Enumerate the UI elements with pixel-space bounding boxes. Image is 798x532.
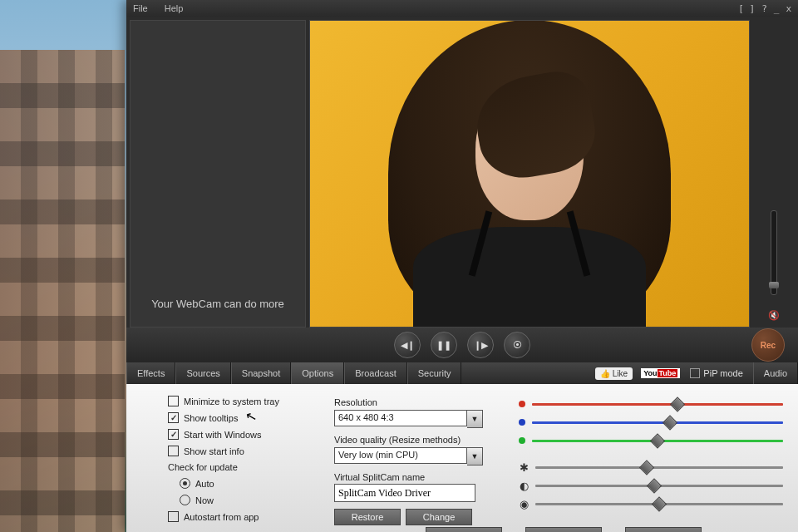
zoom-handle[interactable] bbox=[769, 282, 779, 288]
pip-mode-checkbox[interactable]: PiP mode bbox=[690, 368, 743, 378]
slider-contrast-handle[interactable] bbox=[647, 478, 662, 493]
slider-gamma[interactable] bbox=[535, 503, 783, 505]
window-brackets[interactable]: [ ] bbox=[738, 3, 755, 14]
label-show-start-info: Show start info bbox=[184, 446, 244, 456]
next-button[interactable]: ❙▶ bbox=[467, 332, 494, 358]
menu-help[interactable]: Help bbox=[165, 3, 184, 13]
tab-broadcast[interactable]: Broadcast bbox=[344, 362, 407, 384]
preview-image bbox=[310, 21, 749, 327]
checkbox-show-tooltips[interactable]: ✓ bbox=[168, 412, 179, 423]
options-column-3: ✱ ◐ ◉ bbox=[509, 396, 783, 532]
default-button[interactable]: Default bbox=[625, 527, 702, 532]
titlebar: File Help [ ] ? _ x bbox=[126, 0, 798, 17]
save-button[interactable]: Save bbox=[525, 527, 602, 532]
tab-options[interactable]: Options bbox=[291, 362, 344, 384]
left-panel-text: Your WebCam can do more bbox=[151, 298, 284, 310]
checkbox-autostart-app[interactable] bbox=[168, 511, 179, 522]
tab-effects[interactable]: Effects bbox=[126, 362, 175, 384]
label-virtual-name: Virtual SplitCam name bbox=[334, 472, 509, 482]
snapshot-button[interactable]: ⦿ bbox=[504, 332, 530, 358]
zoom-slider[interactable] bbox=[771, 210, 777, 295]
slider-red[interactable] bbox=[532, 403, 783, 406]
slider-gamma-handle[interactable] bbox=[652, 496, 667, 511]
checkbox-start-windows[interactable]: ✓ bbox=[168, 429, 179, 440]
volume-icon[interactable]: 🔇 bbox=[768, 310, 780, 321]
tab-sources[interactable]: Sources bbox=[175, 362, 230, 384]
label-update-auto: Auto bbox=[195, 479, 214, 489]
label-quality: Video quality (Resize methods) bbox=[334, 435, 509, 445]
quality-dropdown-icon[interactable]: ▼ bbox=[467, 447, 483, 466]
tabs-row: Effects Sources Snapshot Options Broadca… bbox=[126, 362, 798, 384]
options-column-1: Minimize to system tray ✓Show tooltips ✓… bbox=[168, 396, 334, 532]
green-dot-icon bbox=[519, 437, 525, 444]
right-controls: 🔇 bbox=[753, 20, 795, 328]
slider-blue[interactable] bbox=[532, 421, 783, 424]
tab-audio[interactable]: Audio bbox=[753, 362, 798, 384]
video-preview[interactable] bbox=[309, 20, 750, 328]
options-panel: Minimize to system tray ✓Show tooltips ✓… bbox=[126, 384, 798, 532]
window-close[interactable]: x bbox=[786, 3, 791, 14]
blue-dot-icon bbox=[519, 419, 525, 426]
restore-button[interactable]: Restore bbox=[334, 509, 401, 525]
slider-blue-handle[interactable] bbox=[663, 415, 677, 430]
contrast-icon: ◐ bbox=[519, 480, 529, 492]
options-column-2: Resolution 640 x 480 4:3 ▼ Video quality… bbox=[334, 396, 509, 532]
slider-green[interactable] bbox=[532, 440, 783, 442]
red-dot-icon bbox=[519, 401, 525, 407]
slider-brightness-handle[interactable] bbox=[639, 460, 654, 475]
tab-security[interactable]: Security bbox=[407, 362, 462, 384]
menu-file[interactable]: File bbox=[133, 3, 148, 13]
slider-brightness[interactable] bbox=[535, 466, 783, 469]
playback-controls: ◀❙ ❚❚ ❙▶ ⦿ Rec bbox=[126, 328, 798, 362]
label-minimize-tray: Minimize to system tray bbox=[184, 397, 279, 406]
quality-select[interactable]: Very low (min CPU) bbox=[334, 447, 467, 464]
slider-green-handle[interactable] bbox=[650, 433, 665, 448]
wallpaper-buildings bbox=[0, 50, 125, 532]
label-resolution: Resolution bbox=[334, 397, 509, 407]
brightness-icon: ✱ bbox=[519, 461, 529, 474]
virtual-name-input[interactable] bbox=[334, 484, 475, 502]
bottom-buttons: Load Save Default bbox=[426, 527, 702, 532]
thumbs-up-icon: 👍 bbox=[600, 369, 610, 378]
checkbox-show-start-info[interactable] bbox=[168, 446, 179, 456]
left-panel: Your WebCam can do more bbox=[130, 20, 306, 328]
splitcam-window: File Help [ ] ? _ x Your WebCam can do m… bbox=[126, 0, 798, 532]
record-button[interactable]: Rec bbox=[751, 328, 785, 362]
slider-contrast[interactable] bbox=[535, 485, 783, 487]
radio-update-auto[interactable] bbox=[180, 478, 190, 489]
youtube-button[interactable]: Tube bbox=[641, 368, 680, 378]
label-autostart-app: Autostart from app bbox=[184, 512, 259, 522]
slider-red-handle[interactable] bbox=[670, 397, 685, 411]
resolution-select[interactable]: 640 x 480 4:3 bbox=[334, 410, 467, 426]
upper-area: Your WebCam can do more 🔇 bbox=[126, 17, 798, 328]
label-update-now: Now bbox=[195, 495, 214, 505]
label-check-update: Check for update bbox=[168, 462, 334, 472]
prev-button[interactable]: ◀❙ bbox=[394, 332, 421, 358]
pause-button[interactable]: ❚❚ bbox=[431, 332, 457, 358]
desktop-background: File Help [ ] ? _ x Your WebCam can do m… bbox=[0, 0, 798, 532]
window-minimize[interactable]: _ bbox=[774, 3, 780, 14]
label-show-tooltips: Show tooltips bbox=[184, 413, 238, 423]
tab-snapshot[interactable]: Snapshot bbox=[231, 362, 291, 384]
window-help-icon[interactable]: ? bbox=[761, 3, 767, 14]
gamma-icon: ◉ bbox=[519, 498, 529, 510]
label-start-windows: Start with Windows bbox=[184, 430, 262, 440]
resolution-dropdown-icon[interactable]: ▼ bbox=[467, 410, 483, 428]
load-button[interactable]: Load bbox=[426, 527, 502, 532]
like-button[interactable]: 👍Like bbox=[595, 367, 633, 380]
change-button[interactable]: Change bbox=[406, 509, 472, 525]
checkbox-minimize-tray[interactable] bbox=[168, 396, 179, 406]
radio-update-now[interactable] bbox=[180, 495, 190, 505]
